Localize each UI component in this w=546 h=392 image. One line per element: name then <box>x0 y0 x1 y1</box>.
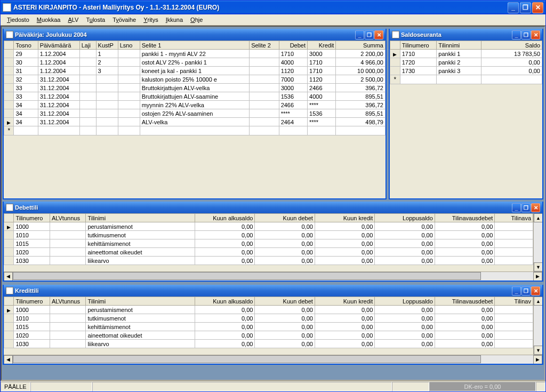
paivakirja-window[interactable]: Päiväkirja: Joulukuu 2004 _ ❐ ✕ TosnoPäi… <box>3 29 387 199</box>
row-header[interactable] <box>4 314 14 323</box>
cell[interactable]: 0,00 <box>435 340 494 348</box>
cell[interactable]: koneet ja kal - pankki 1 <box>140 67 249 75</box>
saldoseuranta-max-button[interactable]: ❐ <box>521 30 531 39</box>
cell[interactable]: 0,00 <box>315 314 374 323</box>
cell[interactable]: 33 <box>14 92 38 101</box>
cell[interactable] <box>250 84 279 92</box>
scroll-left-icon[interactable]: ◀ <box>4 272 13 281</box>
column-header[interactable]: ALVtunnus <box>50 214 85 222</box>
table-row[interactable]: 1710pankki 113 783,50 <box>390 50 542 58</box>
cell[interactable]: 33 <box>14 84 38 92</box>
table-row[interactable]: 1010tutkimusmenot0,000,000,000,000,00 <box>4 314 533 323</box>
scroll-left-icon[interactable]: ◀ <box>4 355 13 364</box>
cell[interactable] <box>250 126 279 135</box>
debettili-window[interactable]: Debettili _ ❐ ✕ TilinumeroALVtunnusTilin… <box>3 202 543 282</box>
column-header[interactable]: Tilinavausdebet <box>435 297 494 306</box>
kredittili-vscroll[interactable]: ▲ ▼ <box>533 297 542 355</box>
cell[interactable]: aineettomat oikeudet <box>86 331 195 340</box>
cell[interactable] <box>96 84 118 92</box>
debettili-min-button[interactable]: _ <box>512 203 521 212</box>
row-header[interactable] <box>4 331 14 340</box>
cell[interactable] <box>118 126 140 135</box>
cell[interactable]: 0,00 <box>255 248 315 257</box>
cell[interactable] <box>96 109 118 118</box>
cell[interactable]: 0,00 <box>255 257 315 265</box>
column-header[interactable]: Kuun kredit <box>315 297 374 306</box>
cell[interactable]: Bruttokirjattujen ALV-saamine <box>140 92 249 101</box>
cell[interactable] <box>118 118 140 126</box>
cell[interactable] <box>79 109 96 118</box>
cell[interactable] <box>250 58 279 67</box>
cell[interactable]: 0,00 <box>255 306 315 314</box>
cell[interactable]: 34 <box>14 101 38 109</box>
kredittili-min-button[interactable]: _ <box>512 286 521 295</box>
cell[interactable] <box>50 340 85 348</box>
status-paalle[interactable]: PÄÄLLE <box>1 382 30 391</box>
cell[interactable]: 1020 <box>14 331 50 340</box>
cell[interactable]: 2 <box>96 58 118 67</box>
row-header[interactable] <box>4 231 14 239</box>
cell[interactable] <box>495 340 533 348</box>
column-header[interactable] <box>4 41 14 50</box>
cell[interactable]: liikearvo <box>86 340 195 348</box>
cell[interactable]: 0,00 <box>255 323 315 331</box>
table-row[interactable]: 1000perustamismenot0,000,000,000,000,00 <box>4 222 533 231</box>
cell[interactable]: 1010 <box>14 314 50 323</box>
cell[interactable]: 31.12.2004 <box>38 101 79 109</box>
row-header[interactable] <box>4 248 14 257</box>
column-header[interactable]: Selite 1 <box>140 41 249 50</box>
saldoseuranta-window[interactable]: Saldoseuranta _ ❐ ✕ TilinumeroTilinnimiS… <box>389 29 543 199</box>
row-header[interactable] <box>4 101 14 109</box>
cell[interactable] <box>495 257 533 265</box>
column-header[interactable]: Tilinumero <box>14 297 50 306</box>
cell[interactable]: 0,00 <box>435 248 494 257</box>
column-header[interactable]: Loppusaldo <box>375 297 435 306</box>
cell[interactable]: 0,00 <box>315 323 374 331</box>
table-row[interactable]: 1000perustamismenot0,000,000,000,000,00 <box>4 306 533 314</box>
cell[interactable] <box>79 67 96 75</box>
column-header[interactable]: KustP <box>96 41 118 50</box>
debettili-grid[interactable]: TilinumeroALVtunnusTilinimiKuun alkusald… <box>4 213 533 265</box>
menu-alv[interactable]: ALV <box>65 15 82 24</box>
cell[interactable] <box>79 118 96 126</box>
column-header[interactable]: Kuun alkusaldo <box>195 297 254 306</box>
table-row[interactable]: 1015kehittämismenot0,000,000,000,000,00 <box>4 323 533 331</box>
cell[interactable]: 0,00 <box>315 231 374 239</box>
cell[interactable] <box>495 222 533 231</box>
cell[interactable] <box>495 231 533 239</box>
cell[interactable]: 1710 <box>308 58 336 67</box>
cell[interactable]: 1120 <box>308 75 336 84</box>
cell[interactable]: kaluston poisto 25% 10000 e <box>140 75 249 84</box>
cell[interactable]: 32 <box>14 75 38 84</box>
cell[interactable]: 10 000,00 <box>336 67 386 75</box>
cell[interactable]: myynnin 22% ALV-velka <box>140 101 249 109</box>
cell[interactable]: 1710 <box>400 50 437 58</box>
table-row[interactable]: 1720pankki 20,00 <box>390 58 542 67</box>
cell[interactable]: **** <box>308 101 336 109</box>
row-header[interactable] <box>390 67 400 75</box>
cell[interactable]: 1030 <box>14 257 50 265</box>
cell[interactable]: 396,72 <box>336 101 386 109</box>
kredittili-hscroll[interactable]: ◀ ▶ <box>4 355 542 364</box>
column-header[interactable]: Tilinumero <box>400 41 437 50</box>
scroll-thumb[interactable] <box>13 272 481 280</box>
cell[interactable]: 1000 <box>14 306 50 314</box>
cell[interactable] <box>50 222 85 231</box>
cell[interactable] <box>308 126 336 135</box>
cell[interactable]: **** <box>279 109 307 118</box>
cell[interactable]: 0,00 <box>435 257 494 265</box>
cell[interactable] <box>118 75 140 84</box>
cell[interactable]: 0,00 <box>435 222 494 231</box>
cell[interactable]: 0,00 <box>315 340 374 348</box>
column-header[interactable]: Tilinumero <box>14 214 50 222</box>
cell[interactable]: 1710 <box>308 67 336 75</box>
cell[interactable]: Bruttokirjattujen ALV-velka <box>140 84 249 92</box>
kredittili-window[interactable]: Kredittili _ ❐ ✕ TilinumeroALVtunnusTili… <box>3 285 543 365</box>
table-row[interactable]: 1030liikearvo0,000,000,000,000,00 <box>4 340 533 348</box>
cell[interactable] <box>38 126 79 135</box>
debettili-hscroll[interactable]: ◀ ▶ <box>4 271 542 281</box>
cell[interactable]: liikearvo <box>86 257 195 265</box>
cell[interactable]: 0,00 <box>195 239 254 248</box>
cell[interactable]: ALV-velka <box>140 118 249 126</box>
cell[interactable]: 1710 <box>279 50 307 58</box>
